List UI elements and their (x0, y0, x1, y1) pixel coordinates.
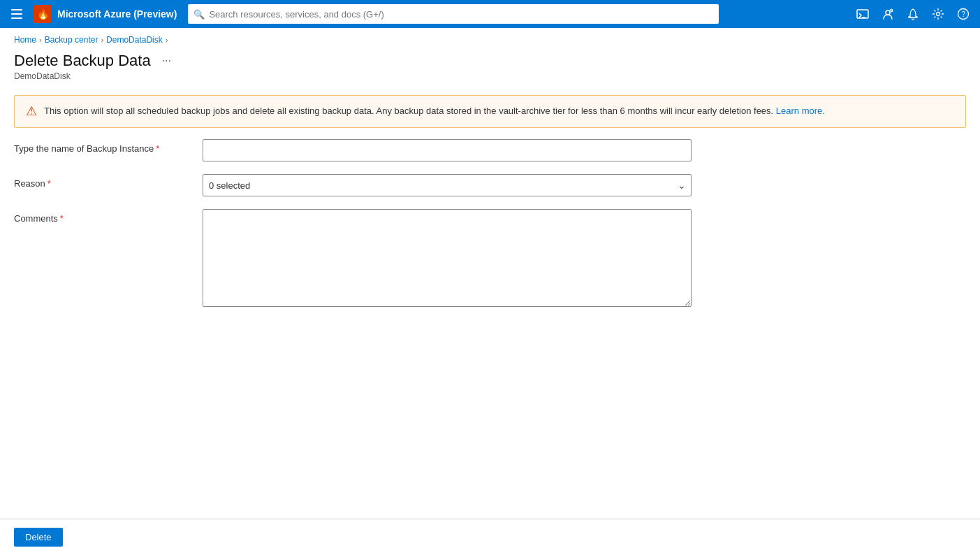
breadcrumb: Home › Backup center › DemoDataDisk › (0, 28, 980, 49)
settings-icon (932, 8, 944, 20)
svg-text:?: ? (962, 10, 966, 18)
svg-rect-0 (857, 10, 868, 18)
reason-select[interactable]: 0 selected (203, 174, 692, 196)
backup-instance-label: Type the name of Backup Instance * (14, 139, 203, 154)
more-options-button[interactable]: ··· (158, 53, 175, 69)
comments-textarea[interactable] (203, 209, 692, 307)
directory-icon: ⚙ (882, 8, 894, 20)
reason-select-wrapper: 0 selected ⌄ (203, 174, 692, 196)
required-star-3: * (60, 213, 64, 224)
reason-row: Reason * 0 selected ⌄ (14, 174, 966, 196)
cloud-shell-button[interactable] (851, 3, 874, 25)
bottom-bar: Delete (0, 519, 980, 555)
breadcrumb-backup-center[interactable]: Backup center (45, 35, 98, 45)
page-subtitle: DemoDataDisk (14, 71, 966, 81)
breadcrumb-sep-3: › (166, 36, 168, 44)
bell-icon (907, 8, 919, 20)
page-header: Delete Backup Data ··· DemoDataDisk (0, 49, 980, 89)
page-title: Delete Backup Data (14, 52, 151, 70)
svg-point-5 (937, 13, 940, 16)
settings-button[interactable] (927, 3, 949, 25)
breadcrumb-sep-2: › (101, 36, 103, 44)
reason-control: 0 selected ⌄ (203, 174, 692, 196)
main-content: Home › Backup center › DemoDataDisk › De… (0, 28, 980, 555)
notifications-button[interactable] (902, 3, 924, 25)
help-icon: ? (957, 8, 970, 20)
required-star-1: * (156, 143, 159, 154)
comments-label: Comments * (14, 209, 203, 224)
svg-text:⚙: ⚙ (891, 9, 893, 13)
directory-button[interactable]: ⚙ (877, 3, 899, 25)
comments-control (203, 209, 692, 309)
warning-text: This option will stop all scheduled back… (44, 104, 825, 118)
cloud-shell-icon (856, 8, 869, 20)
form-area: Type the name of Backup Instance * Reaso… (0, 139, 980, 519)
breadcrumb-home[interactable]: Home (14, 35, 36, 45)
fire-icon: 🔥 (37, 8, 49, 20)
search-icon: 🔍 (193, 9, 205, 20)
learn-more-link[interactable]: Learn more. (776, 106, 825, 116)
hamburger-menu[interactable] (6, 3, 28, 25)
search-input[interactable] (209, 9, 713, 20)
warning-banner: ⚠ This option will stop all scheduled ba… (14, 95, 966, 128)
required-star-2: * (47, 178, 51, 189)
search-bar[interactable]: 🔍 (188, 4, 719, 24)
reason-label: Reason * (14, 174, 203, 189)
svg-point-2 (886, 10, 890, 15)
backup-instance-control (203, 139, 692, 161)
delete-button[interactable]: Delete (14, 528, 63, 547)
backup-instance-row: Type the name of Backup Instance * (14, 139, 966, 161)
backup-instance-input[interactable] (203, 139, 692, 161)
azure-badge[interactable]: 🔥 (34, 5, 52, 23)
warning-icon: ⚠ (26, 103, 37, 119)
breadcrumb-demodatadisk[interactable]: DemoDataDisk (106, 35, 163, 45)
breadcrumb-sep-1: › (39, 36, 42, 44)
top-navbar: 🔥 Microsoft Azure (Preview) 🔍 ⚙ (0, 0, 980, 28)
hamburger-icon (11, 9, 22, 19)
app-title: Microsoft Azure (Preview) (57, 8, 177, 20)
help-button[interactable]: ? (952, 3, 974, 25)
comments-row: Comments * (14, 209, 966, 309)
nav-actions: ⚙ ? (851, 3, 974, 25)
